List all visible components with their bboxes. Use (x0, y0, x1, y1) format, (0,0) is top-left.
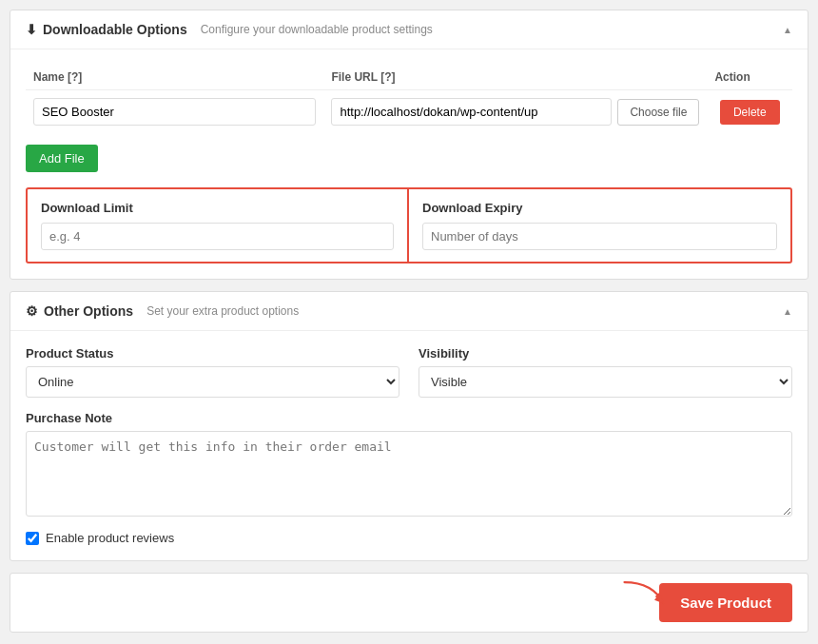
col-action: Action (707, 65, 792, 90)
download-limit-label: Download Limit (41, 201, 394, 215)
download-expiry-label: Download Expiry (422, 201, 777, 215)
file-name-input[interactable] (33, 98, 316, 126)
other-options-panel: ⚙ Other Options Set your extra product o… (10, 291, 808, 561)
purchase-note-label: Purchase Note (26, 411, 792, 425)
delete-button[interactable]: Delete (720, 100, 780, 125)
other-options-body: Product Status Online Offline Draft Visi… (10, 331, 808, 560)
download-icon: ⬇ (26, 22, 37, 37)
file-row: Choose file Delete (26, 90, 792, 134)
downloadable-options-header: ⬇ Downloadable Options Configure your do… (10, 10, 808, 49)
url-wrapper: Choose file (331, 98, 699, 126)
purchase-note-group: Purchase Note (26, 411, 792, 519)
other-options-collapse-icon[interactable]: ▲ (783, 306, 792, 317)
enable-reviews-row: Enable product reviews (26, 531, 792, 545)
downloadable-options-body: Name [?] File URL [?] Action Choose file (10, 49, 808, 279)
purchase-note-textarea[interactable] (26, 431, 792, 517)
add-file-button[interactable]: Add File (26, 145, 98, 172)
other-options-title: ⚙ Other Options Set your extra product o… (26, 303, 299, 319)
product-status-select[interactable]: Online Offline Draft (26, 366, 399, 398)
download-limit-input[interactable] (41, 223, 394, 250)
download-expiry-box: Download Expiry (409, 189, 790, 262)
arrow-container (617, 577, 674, 618)
other-options-header: ⚙ Other Options Set your extra product o… (10, 292, 808, 331)
download-limit-box: Download Limit (28, 189, 409, 262)
download-expiry-input[interactable] (422, 223, 777, 250)
visibility-select[interactable]: Visible Hidden Password Protected (419, 366, 792, 398)
file-url-input[interactable] (331, 98, 612, 126)
footer-bar: Save Product (10, 573, 808, 633)
enable-reviews-checkbox[interactable] (26, 532, 39, 545)
file-table: Name [?] File URL [?] Action Choose file (26, 65, 792, 133)
save-product-button[interactable]: Save Product (659, 583, 792, 622)
col-name: Name [?] (26, 65, 323, 90)
arrow-icon (617, 577, 674, 615)
download-grid: Download Limit Download Expiry (26, 187, 792, 263)
choose-file-button[interactable]: Choose file (617, 99, 699, 126)
svg-marker-0 (654, 593, 664, 603)
visibility-group: Visibility Visible Hidden Password Prote… (419, 346, 792, 398)
downloadable-options-panel: ⬇ Downloadable Options Configure your do… (10, 10, 808, 280)
visibility-label: Visibility (419, 346, 792, 361)
product-status-group: Product Status Online Offline Draft (26, 346, 399, 398)
downloadable-options-title: ⬇ Downloadable Options Configure your do… (26, 22, 433, 37)
collapse-icon[interactable]: ▲ (783, 25, 792, 35)
status-visibility-row: Product Status Online Offline Draft Visi… (26, 346, 792, 398)
enable-reviews-label: Enable product reviews (46, 531, 174, 545)
gear-icon: ⚙ (26, 303, 38, 319)
product-status-label: Product Status (26, 346, 399, 361)
col-url: File URL [?] (323, 65, 707, 90)
